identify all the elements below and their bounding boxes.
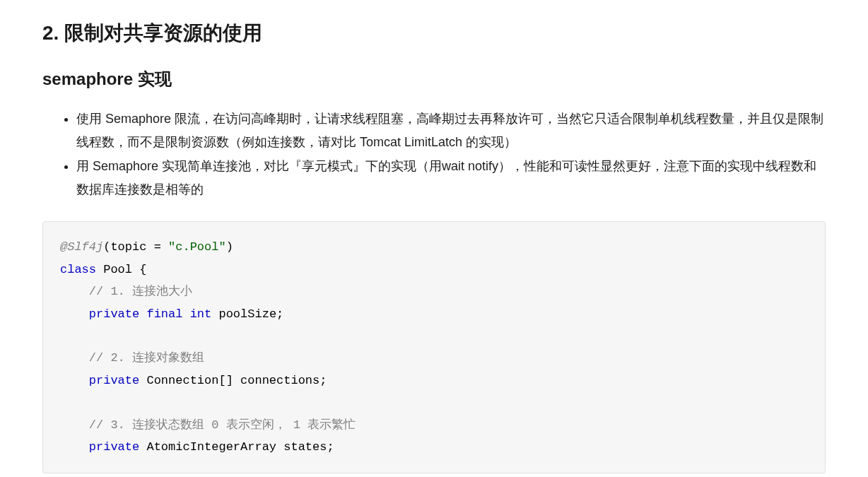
code-field: AtomicIntegerArray states; — [139, 440, 334, 454]
code-keyword: class — [60, 263, 96, 276]
code-punct: ( — [103, 240, 110, 254]
code-field: Connection[] connections; — [139, 374, 327, 387]
code-keyword: final — [146, 307, 182, 321]
bullet-list: 使用 Semaphore 限流，在访问高峰期时，让请求线程阻塞，高峰期过去再释放… — [42, 107, 826, 201]
code-comment: // 3. 连接状态数组 0 表示空闲， 1 表示繁忙 — [89, 418, 356, 432]
code-keyword: private — [89, 307, 139, 321]
code-punct: ) — [226, 240, 233, 254]
code-annotation: @Slf4j — [60, 240, 103, 254]
code-keyword: int — [190, 307, 212, 321]
code-punct: { — [132, 263, 146, 276]
code-block: @Slf4j(topic = "c.Pool") class Pool { //… — [42, 221, 826, 473]
code-keyword: private — [89, 440, 139, 454]
section-heading: 2. 限制对共享资源的使用 — [42, 20, 826, 47]
list-item: 使用 Semaphore 限流，在访问高峰期时，让请求线程阻塞，高峰期过去再释放… — [76, 107, 826, 155]
list-item: 用 Semaphore 实现简单连接池，对比『享元模式』下的实现（用wait n… — [76, 155, 826, 202]
code-string: "c.Pool" — [168, 240, 226, 254]
code-attr: topic = — [110, 240, 168, 254]
code-keyword: private — [89, 374, 139, 387]
code-comment: // 2. 连接对象数组 — [89, 351, 204, 365]
code-classname: Pool — [103, 263, 132, 276]
code-comment: // 1. 连接池大小 — [89, 285, 192, 298]
code-field: poolSize; — [211, 307, 283, 321]
subsection-heading: semaphore 实现 — [42, 68, 826, 90]
